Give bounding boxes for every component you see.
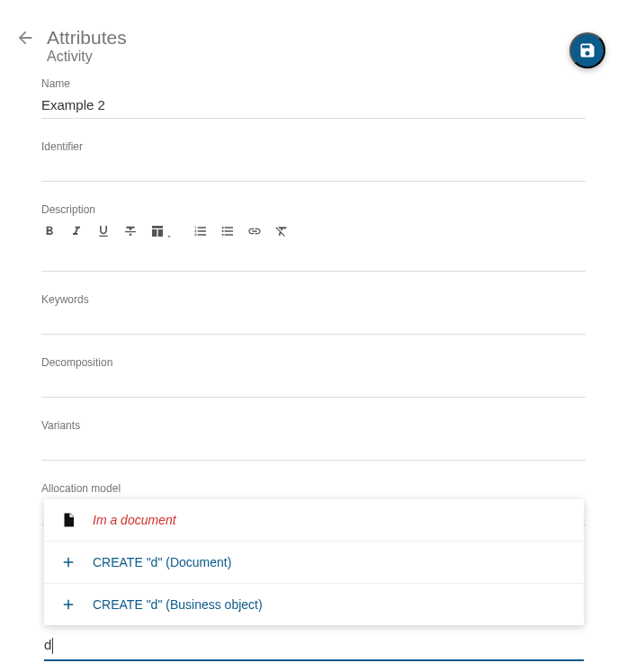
label-decomposition: Decomposition xyxy=(41,356,586,369)
field-name: Name xyxy=(41,77,586,119)
back-button[interactable] xyxy=(14,27,36,49)
table-button[interactable] xyxy=(149,223,166,239)
search-input-value: d xyxy=(44,637,51,652)
input-decomposition[interactable] xyxy=(41,371,586,398)
unordered-list-button[interactable] xyxy=(219,223,236,239)
ordered-list-button[interactable] xyxy=(193,223,209,239)
field-variants: Variants xyxy=(41,419,586,461)
input-variants[interactable] xyxy=(41,434,586,461)
save-icon xyxy=(578,41,596,59)
plus-icon xyxy=(60,596,76,613)
search-input[interactable]: d xyxy=(44,632,584,661)
italic-button[interactable] xyxy=(68,223,85,239)
document-icon xyxy=(60,512,76,528)
field-decomposition: Decomposition xyxy=(41,356,586,398)
dropdown-item-create-document[interactable]: CREATE "d" (Document) xyxy=(44,542,584,584)
page-title: Attributes xyxy=(47,27,127,48)
arrow-back-icon xyxy=(15,28,35,48)
search-field-wrap: d xyxy=(44,632,584,661)
input-name[interactable] xyxy=(41,92,586,119)
strikethrough-button[interactable] xyxy=(122,223,139,239)
save-button[interactable] xyxy=(569,32,605,68)
bold-button[interactable] xyxy=(41,223,58,239)
dropdown-item-label: CREATE "d" (Document) xyxy=(93,555,231,569)
field-identifier: Identifier xyxy=(41,140,586,182)
field-description: Description xyxy=(41,203,586,272)
label-allocation-model: Allocation model xyxy=(41,482,586,495)
header: Attributes Activity xyxy=(0,0,627,72)
label-description: Description xyxy=(41,203,586,216)
label-variants: Variants xyxy=(41,419,586,432)
input-keywords[interactable] xyxy=(41,308,586,335)
description-editor[interactable] xyxy=(41,245,586,272)
dropdown-item-document[interactable]: Im a document xyxy=(44,499,584,542)
label-keywords: Keywords xyxy=(41,293,586,306)
plus-icon xyxy=(60,554,76,570)
dropdown-item-label: CREATE "d" (Business object) xyxy=(93,597,263,612)
input-identifier[interactable] xyxy=(41,155,586,182)
autocomplete-dropdown: Im a document CREATE "d" (Document) CREA… xyxy=(44,499,584,625)
label-identifier: Identifier xyxy=(41,140,586,153)
dropdown-item-create-business-object[interactable]: CREATE "d" (Business object) xyxy=(44,584,584,625)
rich-text-toolbar xyxy=(41,218,586,245)
dropdown-item-label: Im a document xyxy=(93,513,176,527)
field-keywords: Keywords xyxy=(41,293,586,335)
text-caret xyxy=(52,638,53,654)
label-name: Name xyxy=(41,77,586,90)
clear-formatting-button[interactable] xyxy=(273,223,290,239)
underline-button[interactable] xyxy=(95,223,112,239)
link-button[interactable] xyxy=(246,223,263,239)
page-subtitle: Activity xyxy=(47,48,127,65)
